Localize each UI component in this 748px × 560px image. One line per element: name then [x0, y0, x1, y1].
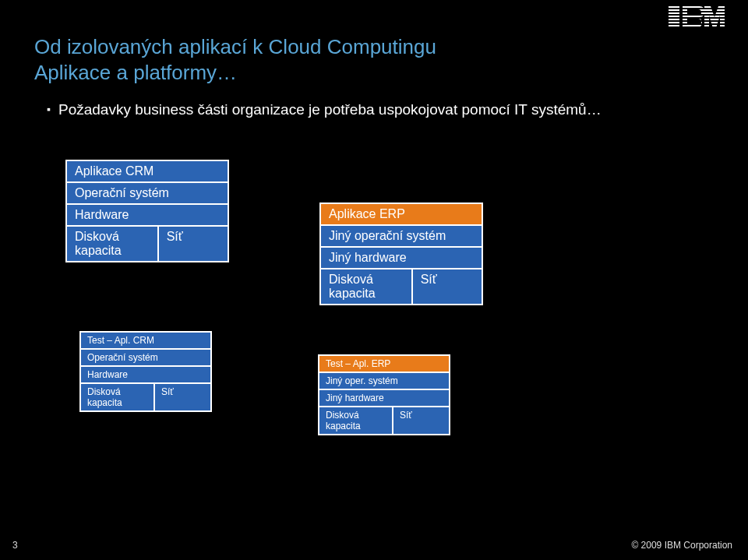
bullet-text: Požadavky business části organizace je p…	[47, 101, 602, 118]
title-line-1: Od izolovaných aplikací k Cloud Computin…	[34, 35, 436, 58]
crm-disk: Disková kapacita	[65, 225, 159, 262]
stack-test-crm: Test – Apl. CRM Operační systém Hardware…	[79, 331, 212, 410]
crm-os: Operační systém	[65, 181, 229, 205]
svg-rect-1	[669, 6, 679, 28]
test-erp-hw: Jiný hardware	[318, 389, 450, 407]
test-erp-app: Test – Apl. ERP	[318, 354, 450, 373]
stack-test-erp: Test – Apl. ERP Jiný oper. systém Jiný h…	[318, 354, 450, 434]
crm-app: Aplikace CRM	[65, 160, 229, 183]
test-crm-disk: Disková kapacita	[79, 382, 155, 412]
test-crm-app: Test – Apl. CRM	[79, 331, 212, 350]
test-erp-os: Jiný oper. systém	[318, 372, 450, 390]
test-erp-net: Síť	[392, 406, 450, 435]
title-line-2: Aplikace a platformy…	[34, 61, 237, 84]
ibm-logo	[669, 6, 725, 33]
crm-hw: Hardware	[65, 203, 229, 227]
erp-disk: Disková kapacita	[319, 268, 413, 305]
stack-erp: Aplikace ERP Jiný operační systém Jiný h…	[319, 203, 483, 304]
slide-title: Od izolovaných aplikací k Cloud Computin…	[34, 34, 436, 85]
test-crm-hw: Hardware	[79, 365, 212, 384]
test-erp-disk: Disková kapacita	[318, 406, 393, 435]
copyright: © 2009 IBM Corporation	[631, 540, 732, 551]
erp-os: Jiný operační systém	[319, 224, 483, 248]
ibm-logo-icon	[669, 6, 725, 28]
erp-app: Aplikace ERP	[319, 203, 483, 226]
test-crm-os: Operační systém	[79, 348, 212, 367]
erp-hw: Jiný hardware	[319, 246, 483, 269]
erp-net: Síť	[411, 268, 483, 305]
page-number: 3	[12, 540, 18, 551]
slide: Od izolovaných aplikací k Cloud Computin…	[0, 0, 748, 560]
stack-crm: Aplikace CRM Operační systém Hardware Di…	[65, 160, 229, 261]
test-crm-net: Síť	[153, 382, 212, 412]
crm-net: Síť	[157, 225, 229, 262]
